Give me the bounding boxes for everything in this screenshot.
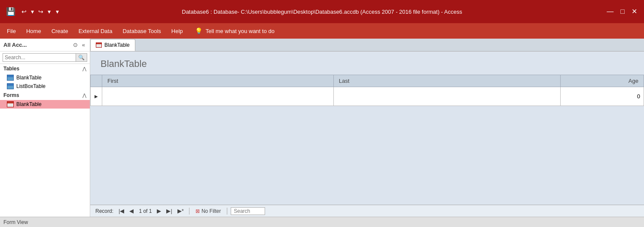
sidebar-title: All Acc...: [3, 42, 27, 48]
menu-home[interactable]: Home: [21, 25, 46, 37]
table-title: BlankTable: [90, 51, 644, 75]
title-bar-right: — □ ✕: [546, 7, 641, 16]
sidebar-menu-button[interactable]: ⊙: [72, 41, 79, 48]
table-wrapper: BlankTable First Last Age: [90, 51, 644, 205]
undo-dropdown-button[interactable]: ▾: [29, 7, 36, 16]
save-button[interactable]: 💾: [3, 6, 18, 17]
menu-database-tools[interactable]: Database Tools: [117, 25, 166, 37]
last-input[interactable]: [334, 87, 560, 106]
tab-bar: BlankTable: [90, 39, 644, 51]
first-input[interactable]: [102, 87, 333, 106]
record-info: 1 of 1: [139, 208, 152, 214]
status-text: Form View: [3, 219, 28, 225]
sidebar-item-blanktable[interactable]: BlankTable: [0, 73, 90, 82]
nav-bar: Record: |◀ ◀ 1 of 1 ▶ ▶| ▶* ⊠ No Filter: [90, 205, 644, 217]
filter-icon: ⊠: [195, 208, 200, 214]
content-area: BlankTable BlankTable First Last: [90, 39, 644, 217]
content-body: BlankTable First Last Age: [90, 51, 644, 217]
sidebar-collapse-button[interactable]: «: [81, 41, 86, 48]
search-button[interactable]: 🔍: [76, 53, 87, 62]
forms-collapse-button[interactable]: ⋀: [82, 93, 86, 98]
menu-bar: File Home Create External Data Database …: [0, 23, 644, 39]
maximize-button[interactable]: □: [617, 7, 628, 16]
menu-create[interactable]: Create: [46, 25, 73, 37]
column-age: Age: [560, 75, 644, 87]
nav-search-input[interactable]: [231, 207, 265, 215]
main-layout: All Acc... ⊙ « 🔍 Tables ⋀ BlankTable Lis…: [0, 39, 644, 217]
blanktable-table-icon: [7, 75, 14, 81]
undo-redo-group: ↩ ▾ ↪ ▾: [20, 7, 52, 16]
search-bar: 🔍: [0, 51, 90, 64]
column-first: First: [102, 75, 333, 87]
age-input[interactable]: [561, 87, 644, 106]
menu-help[interactable]: Help: [166, 25, 188, 37]
listboxtable-table-icon: [7, 83, 14, 89]
nav-divider: [189, 208, 189, 215]
listboxtable-label: ListBoxTable: [16, 83, 46, 89]
row-selector-header: [91, 75, 102, 87]
tables-collapse-button[interactable]: ⋀: [82, 66, 86, 72]
table-row: ▶: [91, 87, 644, 106]
search-input[interactable]: [3, 53, 76, 62]
blanktable-label: BlankTable: [16, 75, 42, 81]
tab-label: BlankTable: [104, 42, 130, 48]
forms-section-label: Forms: [3, 92, 19, 98]
nav-prev-button[interactable]: ◀: [128, 207, 135, 215]
close-button[interactable]: ✕: [628, 7, 641, 16]
column-last: Last: [333, 75, 560, 87]
blanktable-tab[interactable]: BlankTable: [90, 39, 135, 51]
row-selector-cell: ▶: [91, 87, 102, 106]
title-bar: 💾 ↩ ▾ ↪ ▾ ▾ Database6 : Database- C:\Use…: [0, 0, 644, 23]
nav-first-button[interactable]: |◀: [117, 207, 126, 215]
redo-button[interactable]: ↪: [37, 7, 45, 16]
no-filter-label: No Filter: [201, 208, 221, 214]
menu-file[interactable]: File: [2, 25, 21, 37]
age-cell[interactable]: [560, 87, 644, 106]
row-arrow-icon: ▶: [95, 94, 98, 99]
blanktable-form-label: BlankTable: [16, 101, 42, 107]
forms-section-header: Forms ⋀: [0, 91, 90, 100]
blanktable-form-icon: [7, 101, 14, 107]
menu-search: 💡 Tell me what you want to do: [195, 27, 275, 34]
status-bar: Form View: [0, 217, 644, 227]
tell-me-text[interactable]: Tell me what you want to do: [206, 28, 275, 34]
record-label: Record:: [95, 208, 113, 214]
nav-last-button[interactable]: ▶|: [165, 207, 174, 215]
sidebar-item-listboxtable[interactable]: ListBoxTable: [0, 82, 90, 91]
title-bar-left: 💾 ↩ ▾ ↪ ▾ ▾: [3, 6, 98, 17]
undo-button[interactable]: ↩: [20, 7, 28, 16]
last-cell[interactable]: [333, 87, 560, 106]
menu-external-data[interactable]: External Data: [73, 25, 118, 37]
nav-new-button[interactable]: ▶*: [176, 207, 186, 215]
sidebar-header: All Acc... ⊙ «: [0, 39, 90, 51]
table-inner: BlankTable First Last Age: [90, 51, 644, 106]
tab-form-icon: [96, 42, 102, 48]
first-cell[interactable]: [102, 87, 333, 106]
tables-section-header: Tables ⋀: [0, 64, 90, 73]
data-table: First Last Age ▶: [90, 75, 644, 106]
sidebar-controls: ⊙ «: [72, 41, 86, 48]
minimize-button[interactable]: —: [603, 7, 617, 16]
nav-next-button[interactable]: ▶: [155, 207, 163, 215]
quick-access-button[interactable]: ▾: [54, 7, 61, 16]
redo-dropdown-button[interactable]: ▾: [46, 7, 52, 16]
tables-section-label: Tables: [3, 66, 19, 72]
sidebar: All Acc... ⊙ « 🔍 Tables ⋀ BlankTable Lis…: [0, 39, 90, 217]
nav-divider-2: [227, 208, 227, 215]
lightbulb-icon: 💡: [195, 27, 202, 34]
window-title: Database6 : Database- C:\Users\bubblegum…: [98, 9, 546, 15]
sidebar-item-blanktable-form[interactable]: BlankTable: [0, 100, 90, 109]
filter-button[interactable]: ⊠ No Filter: [193, 207, 223, 215]
